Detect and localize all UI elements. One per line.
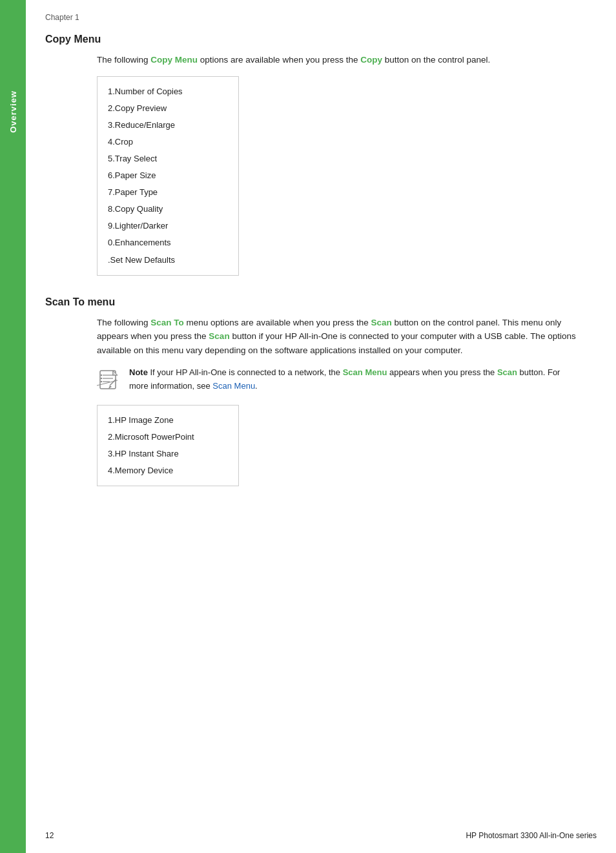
page-number: 12: [45, 831, 54, 840]
copy-menu-item: 7.Paper Type: [108, 184, 228, 201]
note-text: Note If your HP All-in-One is connected …: [129, 366, 577, 393]
svg-point-10: [101, 381, 102, 382]
scan-menu-ref[interactable]: Scan Menu: [212, 381, 255, 391]
scan-menu-item: 3.HP Instant Share: [108, 446, 228, 462]
copy-menu-intro-part1: The following: [97, 55, 150, 65]
scan-to-heading: Scan To menu: [45, 296, 577, 308]
product-name: HP Photosmart 3300 All-in-One series: [466, 831, 597, 840]
scan-menu-item: 1.HP Image Zone: [108, 412, 228, 429]
copy-menu-item: .Set New Defaults: [108, 252, 228, 269]
scan-link2[interactable]: Scan: [209, 331, 229, 341]
copy-menu-item: 6.Paper Size: [108, 167, 228, 184]
copy-menu-intro-part2: options are available when you press the: [198, 55, 360, 65]
svg-point-8: [101, 375, 102, 376]
copy-menu-intro-part3: button on the control panel.: [382, 55, 490, 65]
copy-menu-item: 5.Tray Select: [108, 150, 228, 167]
scan-menu-item: 2.Microsoft PowerPoint: [108, 429, 228, 446]
copy-menu-item: 1.Number of Copies: [108, 83, 228, 100]
scan-to-intro-part2: menu options are available when you pres…: [184, 318, 371, 327]
note-label: Note: [129, 367, 148, 377]
copy-button-link[interactable]: Copy: [360, 55, 382, 65]
scan-link1[interactable]: Scan: [371, 318, 392, 327]
sidebar-label: Overview: [8, 90, 18, 133]
footer: 12 HP Photosmart 3300 All-in-One series: [26, 831, 616, 840]
note-icon: [97, 367, 121, 392]
copy-menu-item: 0.Enhancements: [108, 234, 228, 251]
scan-menu-item: 4.Memory Device: [108, 462, 228, 479]
scan-to-section: Scan To menu The following Scan To menu …: [45, 296, 577, 487]
copy-menu-item: 8.Copy Quality: [108, 201, 228, 218]
svg-point-9: [101, 378, 102, 379]
copy-menu-heading: Copy Menu: [45, 34, 577, 45]
sidebar: Overview: [0, 0, 26, 853]
copy-menu-item: 4.Crop: [108, 134, 228, 150]
note-container: Note If your HP All-in-One is connected …: [97, 366, 577, 393]
copy-menu-box: 1.Number of Copies2.Copy Preview3.Reduce…: [97, 76, 239, 276]
copy-menu-item: 3.Reduce/Enlarge: [108, 117, 228, 134]
copy-menu-link[interactable]: Copy Menu: [150, 55, 198, 65]
scan-to-intro-part1: The following: [97, 318, 150, 327]
chapter-header: Chapter 1: [45, 13, 577, 22]
copy-menu-item: 2.Copy Preview: [108, 100, 228, 117]
copy-menu-section: Copy Menu The following Copy Menu option…: [45, 34, 577, 276]
scan-to-link[interactable]: Scan To: [150, 318, 184, 327]
scan-menu-link[interactable]: Scan Menu: [343, 367, 387, 377]
copy-menu-intro: The following Copy Menu options are avai…: [97, 53, 577, 67]
note-text-part1: If your HP All-in-One is connected to a …: [148, 367, 343, 377]
scan-link3[interactable]: Scan: [497, 367, 517, 377]
copy-menu-item: 9.Lighter/Darker: [108, 218, 228, 234]
scan-to-intro: The following Scan To menu options are a…: [97, 316, 577, 358]
main-content: Chapter 1 Copy Menu The following Copy M…: [26, 0, 616, 853]
note-text-part2: appears when you press the: [387, 367, 497, 377]
note-text-part4: .: [255, 381, 258, 391]
scan-menu-box: 1.HP Image Zone2.Microsoft PowerPoint3.H…: [97, 405, 239, 486]
